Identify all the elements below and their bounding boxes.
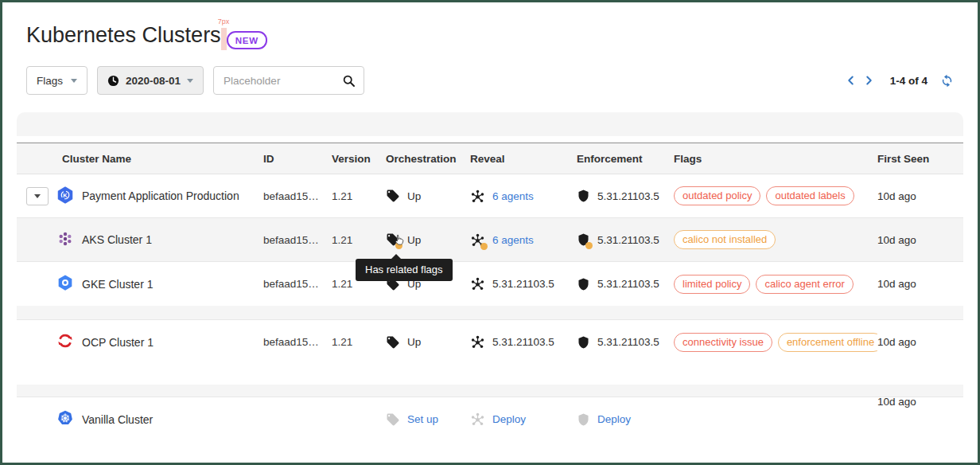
clock-icon xyxy=(107,75,119,87)
column-header-version: Version xyxy=(332,153,386,165)
first-seen: 10d ago xyxy=(877,278,951,290)
flag-pill[interactable]: connectivity issue xyxy=(674,333,772,352)
page-header: Kubernetes Clusters 7px NEW xyxy=(2,2,978,50)
shield-icon xyxy=(577,189,590,203)
cluster-id: befaad15… xyxy=(263,336,332,348)
set-up-link[interactable]: Set up xyxy=(407,413,438,425)
chevron-down-icon xyxy=(71,79,77,83)
svg-text:K: K xyxy=(63,191,68,198)
warning-dot xyxy=(585,242,593,249)
table-row[interactable]: AKS Cluster 1 befaad15… 1.21 Up Has rela… xyxy=(17,218,963,262)
first-seen: 10d ago xyxy=(877,336,951,348)
tooltip: Has related flags xyxy=(356,259,453,281)
column-header-cluster-name: Cluster Name xyxy=(26,153,263,165)
first-seen: 10d ago xyxy=(877,190,951,202)
enforcement-version: 5.31.21103.5 xyxy=(597,278,659,290)
flag-pill[interactable]: outdated labels xyxy=(766,186,854,205)
chevron-left-icon xyxy=(847,75,854,86)
toolbar: Flags 2020-08-01 1-4 of 4 xyxy=(26,66,954,95)
kubernetes-application-icon: K xyxy=(56,186,74,204)
orchestration-status: Up xyxy=(407,336,421,348)
enforcement-version: 5.31.21103.5 xyxy=(597,190,659,202)
cluster-name: Vanilla Cluster xyxy=(82,413,263,426)
refresh-icon xyxy=(940,74,954,88)
flag-pill[interactable]: enforcement offline xyxy=(778,333,877,352)
reveal-version: 5.31.21103.5 xyxy=(492,336,554,348)
previous-page-button[interactable] xyxy=(847,75,854,86)
table-top-band xyxy=(17,112,963,136)
chevron-right-icon xyxy=(865,75,873,86)
agents-link[interactable]: 6 agents xyxy=(492,190,534,202)
flag-pill[interactable]: outdated policy xyxy=(674,186,760,205)
chevron-down-icon xyxy=(34,194,41,198)
column-header-orchestration: Orchestration xyxy=(386,153,470,165)
network-agents-icon xyxy=(470,189,485,204)
tag-icon xyxy=(386,412,400,427)
table-header-row: Cluster Name ID Version Orchestration Re… xyxy=(17,143,963,174)
cluster-id: befaad15… xyxy=(263,190,332,202)
search-icon xyxy=(342,74,356,88)
tag-icon xyxy=(386,189,400,203)
row-separator-band xyxy=(17,306,963,320)
page-title: Kubernetes Clusters xyxy=(26,21,221,49)
deploy-link[interactable]: Deploy xyxy=(597,413,631,425)
tag-icon-with-warning[interactable] xyxy=(386,232,400,247)
cluster-version: 1.21 xyxy=(332,190,386,202)
agents-link[interactable]: 6 agents xyxy=(492,234,534,246)
date-filter-value: 2020-08-01 xyxy=(126,75,181,87)
column-header-reveal: Reveal xyxy=(470,153,577,165)
row-gap xyxy=(17,364,963,385)
shield-icon xyxy=(577,335,590,350)
first-seen: 10d ago xyxy=(877,234,951,246)
aks-cluster-icon xyxy=(56,230,74,248)
next-page-button[interactable] xyxy=(865,75,873,86)
shield-icon xyxy=(577,277,590,291)
table-row[interactable]: GKE Cluster 1 befaad15… 1.21 Up 5.31.211… xyxy=(17,262,963,306)
flags-filter-label: Flags xyxy=(37,75,63,87)
column-header-flags: Flags xyxy=(674,153,877,165)
warning-dot xyxy=(480,243,488,250)
reveal-version: 5.31.21103.5 xyxy=(492,278,554,290)
spacing-annotation-label: 7px xyxy=(218,18,230,25)
ocp-cluster-icon xyxy=(56,332,74,350)
expand-row-button[interactable] xyxy=(26,187,49,205)
cluster-name: GKE Cluster 1 xyxy=(82,278,263,291)
tag-icon xyxy=(386,335,400,350)
column-header-enforcement: Enforcement xyxy=(577,153,674,165)
new-badge: NEW xyxy=(227,31,267,49)
orchestration-status: Up xyxy=(407,190,421,202)
network-agents-icon xyxy=(470,412,485,427)
cluster-version: 1.21 xyxy=(332,234,386,246)
search-box xyxy=(213,66,364,95)
cluster-id: befaad15… xyxy=(263,234,332,246)
orchestration-status: Up xyxy=(407,234,421,246)
enforcement-version: 5.31.21103.5 xyxy=(597,234,659,246)
flags-filter-dropdown[interactable]: Flags xyxy=(26,66,88,95)
cluster-name: AKS Cluster 1 xyxy=(82,233,263,246)
deploy-link[interactable]: Deploy xyxy=(492,413,526,425)
refresh-button[interactable] xyxy=(940,74,954,88)
search-input[interactable] xyxy=(222,74,342,88)
table-row[interactable]: Vanilla Cluster Set up Deploy Deploy 10d… xyxy=(17,397,963,441)
row-separator-band xyxy=(17,385,963,397)
table-row[interactable]: OCP Cluster 1 befaad15… 1.21 Up 5.31.211… xyxy=(17,320,963,364)
gke-cluster-icon xyxy=(56,274,74,291)
column-header-id: ID xyxy=(263,153,332,165)
flag-pill[interactable]: limited policy xyxy=(674,275,750,294)
spacing-annotation-strip: 7px xyxy=(221,28,227,50)
cluster-name: OCP Cluster 1 xyxy=(82,336,263,349)
pagination: 1-4 of 4 xyxy=(847,74,954,88)
kubernetes-icon xyxy=(56,409,74,427)
table-row[interactable]: K Payment Application Production befaad1… xyxy=(17,174,963,218)
cluster-version: 1.21 xyxy=(332,336,386,348)
flag-pill[interactable]: calico agent error xyxy=(756,275,853,294)
pagination-range: 1-4 of 4 xyxy=(890,75,928,87)
shield-icon xyxy=(577,412,590,427)
first-seen: 10d ago xyxy=(877,396,951,408)
date-filter-dropdown[interactable]: 2020-08-01 xyxy=(97,66,204,95)
column-header-first-seen: First Seen xyxy=(877,153,951,165)
cluster-name: Payment Application Production xyxy=(82,190,263,202)
flag-pill[interactable]: calico not installed xyxy=(674,230,776,249)
enforcement-version: 5.31.21103.5 xyxy=(597,336,659,348)
hand-cursor-icon xyxy=(393,234,405,246)
